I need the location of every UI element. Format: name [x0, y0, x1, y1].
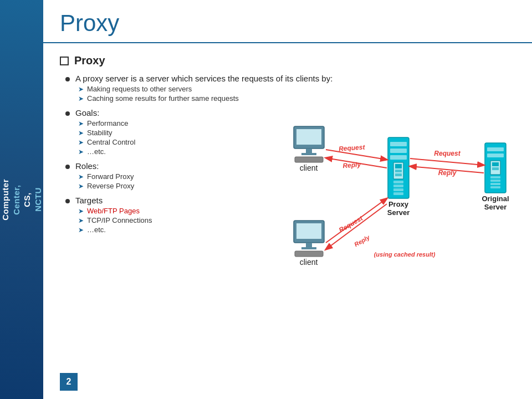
arrow-icon: ➤	[78, 85, 84, 93]
proxy-server-icon	[388, 137, 409, 198]
arrow-icon: ➤	[78, 207, 84, 215]
checkbox-icon	[60, 57, 69, 65]
svg-rect-21	[393, 192, 403, 195]
svg-rect-27	[492, 167, 499, 170]
bullet-label: A proxy server is a server which service…	[75, 74, 332, 83]
arrow-icon: ➤	[78, 173, 84, 181]
list-item: ➤ Caching some results for further same …	[78, 94, 515, 103]
client2-icon	[294, 221, 324, 257]
sub-list-1: ➤ Making requests to other servers ➤ Cac…	[75, 85, 515, 103]
sub-item-text: Making requests to other servers	[87, 85, 192, 93]
svg-rect-4	[295, 157, 323, 162]
sub-item-text: TCP/IP Connections	[87, 216, 152, 224]
proxy-server-label: Proxy	[388, 200, 409, 208]
svg-rect-16	[395, 170, 402, 172]
svg-rect-19	[393, 185, 403, 187]
reply-label-3: Reply	[353, 233, 371, 248]
svg-rect-30	[490, 183, 500, 185]
bullet-dot	[65, 111, 70, 116]
list-item: ➤ Making requests to other servers	[78, 85, 515, 93]
sidebar-text: Computer Center, CS, NCTU	[0, 179, 43, 221]
bullet-label: Targets	[75, 196, 103, 205]
proxy-diagram: client client	[288, 110, 521, 293]
bullet-dot	[65, 165, 70, 169]
arrow-icon: ➤	[78, 120, 84, 127]
svg-rect-20	[393, 188, 403, 191]
svg-rect-17	[395, 173, 402, 176]
sub-item-text: Performance	[87, 119, 128, 127]
arrow-icon: ➤	[78, 226, 84, 234]
svg-rect-2	[306, 149, 312, 153]
svg-rect-26	[492, 162, 499, 166]
web-ftp-link[interactable]: Web/FTP Pages	[87, 207, 140, 215]
arrow-icon: ➤	[78, 182, 84, 190]
bullet-label: Roles:	[75, 161, 99, 171]
svg-rect-18	[393, 181, 403, 183]
svg-rect-6	[296, 223, 321, 239]
section-heading: Proxy	[60, 54, 515, 67]
sub-item-text: Central Control	[87, 138, 135, 146]
sub-item-text: Reverse Proxy	[87, 182, 134, 190]
sub-item-text: Forward Proxy	[87, 172, 134, 181]
cached-label: (using cached result)	[374, 251, 436, 258]
request-label-1: Request	[339, 143, 366, 152]
bullet-dot	[65, 199, 70, 203]
client2-label: client	[300, 258, 318, 267]
svg-rect-24	[487, 154, 504, 157]
svg-rect-11	[390, 142, 407, 146]
main-content: Proxy Proxy A proxy server is a server w…	[43, 0, 532, 399]
svg-rect-29	[490, 180, 500, 182]
svg-rect-1	[296, 129, 321, 145]
arrow-icon: ➤	[78, 95, 84, 103]
bullet-dot	[65, 77, 70, 81]
request-arrow-2	[410, 158, 484, 165]
svg-rect-15	[395, 164, 402, 168]
arrow-icon: ➤	[78, 148, 84, 156]
client1-icon	[294, 126, 324, 162]
arrow-icon: ➤	[78, 129, 84, 137]
svg-rect-8	[301, 247, 316, 249]
sidebar: Computer Center, CS, NCTU	[0, 0, 43, 399]
svg-rect-13	[390, 155, 407, 160]
original-server-icon	[485, 143, 506, 193]
sub-item-text: …etc.	[87, 226, 106, 234]
reply-label-1: Reply	[342, 161, 362, 170]
header: Proxy	[43, 0, 532, 43]
sub-item-text: Stability	[87, 129, 112, 137]
arrow-icon: ➤	[78, 217, 84, 224]
client1-label: client	[300, 163, 318, 172]
diagram-svg: client client	[288, 110, 521, 293]
reply-label-2: Reply	[438, 169, 457, 177]
bullet-content: A proxy server is a server which service…	[75, 74, 515, 104]
svg-rect-3	[301, 153, 316, 155]
original-server-label: Original	[482, 195, 509, 203]
section-title: Proxy	[74, 54, 105, 67]
proxy-server-label2: Server	[387, 208, 410, 217]
sub-item-text: …etc.	[87, 147, 106, 156]
sub-item-text: Caching some results for further same re…	[87, 94, 239, 103]
svg-rect-12	[390, 149, 407, 153]
bullet-label: Goals:	[75, 108, 99, 117]
svg-rect-9	[295, 251, 323, 257]
list-item: A proxy server is a server which service…	[65, 74, 515, 104]
svg-rect-28	[490, 176, 500, 178]
request-label-2: Request	[434, 150, 461, 157]
original-server-label2: Server	[484, 203, 507, 211]
page-title: Proxy	[60, 10, 515, 37]
page-number-badge: 2	[60, 373, 78, 391]
svg-rect-7	[306, 243, 312, 247]
arrow-icon: ➤	[78, 139, 84, 146]
svg-rect-23	[487, 147, 504, 151]
content-area: Proxy A proxy server is a server which s…	[43, 43, 532, 399]
svg-rect-31	[490, 186, 500, 188]
